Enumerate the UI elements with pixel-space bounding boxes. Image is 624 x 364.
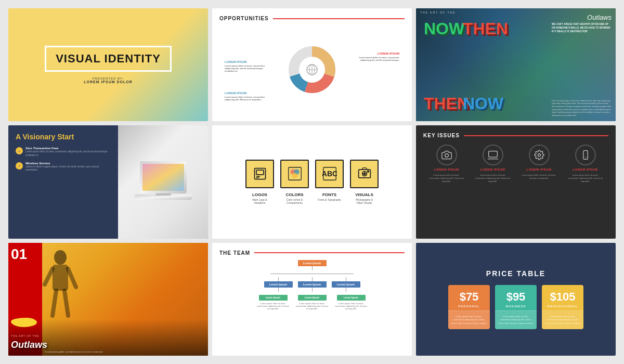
org-text-l3-1: Lorem ipsum dolor sit amet, consectetur … [256,302,290,310]
fonts-svg: ABC [322,166,337,181]
slide-grid: VISUAL IDENTITY PRESENTED BY: LOREM IPSU… [0,0,624,364]
svg-point-30 [538,154,540,157]
feature-text-2: Wireless Service Labore et dolore magna … [25,162,111,173]
slide7-outlaws: Outlaws [11,340,47,350]
org-box-l2-3: Lorem Ipsum [332,281,360,288]
brand-icons-row: ABC [245,160,379,188]
price-body-3: Lorem ipsum dolor sit amet, consectetur … [542,311,583,329]
svg-rect-12 [155,193,171,196]
brand-labels-row: LOGOS Main Logo &Variations COLORS Color… [245,192,379,204]
brand-label-logos: LOGOS Main Logo &Variations [245,192,274,204]
svg-line-38 [64,291,68,316]
phone-icon [580,150,591,160]
laptop-image [118,125,208,238]
svg-rect-14 [256,170,264,175]
org-connector-top [312,266,313,270]
slide-title: OPPORTUNITIES [219,16,269,21]
slide7-art-of: THE ART OF THE [11,334,40,337]
org-box-l2-2: Lorem Ipsum [298,281,327,288]
paint-splash [11,318,37,327]
svg-point-33 [54,250,67,265]
outlaws-label: Outlaws [587,14,612,21]
camera-icon-circle [436,145,457,165]
svg-line-35 [45,269,53,284]
main-title: VISUAL IDENTITY [56,53,161,65]
svg-rect-28 [488,151,497,158]
slide7-number: 01 [8,243,42,266]
slide-visual-identity: VISUAL IDENTITY PRESENTED BY: LOREM IPSU… [8,8,208,121]
person-silhouette [42,248,79,331]
price-tier-1: PERSONAL [458,305,479,310]
price-title: PRICE TABLE [486,269,545,278]
label-left-bottom: LOREM IPSUM Lorem ipsum dolor sit amet, … [225,92,266,101]
colors-icon-box [280,160,309,188]
org-col-l2-1: Lorem Ipsum [264,277,293,292]
colors-svg [288,166,302,181]
brand-label-colors: COLORS Color schee &Complements [280,192,309,204]
slide-graffiti-art: 01 THE ART OF THE Outlaws To understand … [8,243,208,356]
svg-point-19 [292,173,297,179]
slide-key-issues: KEY ISSUES LOREM IPSUM Lorem ipsum dolor… [416,125,616,238]
feature-icon-2: ✓ [16,162,23,170]
phone-icon-circle [575,145,596,165]
slide8-line [254,252,405,253]
svg-line-36 [68,269,76,287]
svg-line-37 [53,291,56,316]
price-card-professional: $105 PROFESSIONAL Lorem ipsum dolor sit … [542,285,583,329]
label-left-top: LOREM IPSUM Lorem ipsum dolor sit amet, … [225,60,266,72]
visuals-svg [357,166,372,181]
org-col-l2-2: Lorem Ipsum [298,277,327,292]
label-right: LOREM IPSUM Lorem ipsum dolor sit amet, … [358,52,399,61]
svg-rect-31 [583,151,587,160]
feature-item-1: ✓ Zero Transaction Fees Lorem ipsum dolo… [16,147,111,158]
org-box-l3-2: Lorem Ipsum [298,295,327,301]
graffiti-now: NOW [424,21,464,36]
brand-label-fonts: FONTS Fonts & Typography [315,192,344,204]
price-card-personal: $75 PERSONAL Lorem ipsum dolor sit amet,… [448,285,490,329]
org-chart: Lorem Ipsum Lorem Ipsum Lorem Ipsum [219,260,405,348]
svg-point-25 [363,173,366,175]
price-body-1: Lorem ipsum dolor sit amet, consectetur … [448,311,490,329]
slide-visionary-start: A Visionary Start ✓ Zero Transaction Fee… [8,125,208,238]
laptop-panel [118,125,208,238]
org-top-col: Lorem Ipsum [298,260,327,270]
org-col-l3-1: Lorem Ipsum Lorem ipsum dolor sit amet, … [256,295,290,310]
feature-text-1: Zero Transaction Fees Lorem ipsum dolor … [25,147,111,158]
key-issue-gear: LOREM IPSUM Lorem ipsum dolor sit amet, … [521,145,557,231]
org-text-l3-2: Lorem ipsum dolor sit amet, consectetur … [295,302,329,310]
key-issue-laptop: LOREM IPSUM Lorem ipsum dolor sit amet, … [475,145,511,231]
laptop-icon-circle [483,145,503,165]
visuals-icon-box [350,160,379,188]
graffiti-now-bottom: NOW [463,96,503,111]
svg-rect-34 [53,265,68,291]
org-col-l3-2: Lorem Ipsum Lorem ipsum dolor sit amet, … [295,295,329,310]
slide8-title: THE TEAM [219,250,250,256]
org-box-l2-1: Lorem Ipsum [264,281,293,288]
presented-by: PRESENTED BY: LOREM IPSUM DOLOR [84,77,133,84]
left-panel: A Visionary Start ✓ Zero Transaction Fee… [8,125,118,238]
svg-rect-10 [142,164,184,191]
price-card-business: $95 BUSINESS Lorem ipsum dolor sit amet,… [495,285,537,329]
org-level2: Lorem Ipsum Lorem Ipsum Lorem Ipsum [264,277,360,292]
slide6-title: KEY ISSUES [423,133,460,138]
logos-svg [253,166,267,181]
org-text-l3-3: Lorem ipsum dolor sit amet, consectetur … [334,302,368,310]
price-amount-3: $105 [548,285,578,305]
slide-opportunities: OPPORTUNITIES LOREM IPSUM Lorem ipsum do… [212,8,412,121]
org-box-l3-1: Lorem Ipsum [259,295,288,301]
chart-area: LOREM IPSUM Lorem ipsum dolor sit amet, … [219,25,405,114]
price-amount-2: $95 [504,285,528,305]
person-svg [42,248,79,331]
camera-icon [441,150,452,160]
svg-point-27 [445,154,448,158]
feature-item-2: ✓ Wireless Service Labore et dolore magn… [16,162,111,173]
donut-chart-svg [289,46,335,93]
svg-point-26 [367,171,369,173]
price-tier-3: PROFESSIONAL [547,305,578,310]
title-box: VISUAL IDENTITY [45,46,172,72]
slide6-header: KEY ISSUES [423,133,608,138]
vis-title: A Visionary Start [16,133,111,141]
body-text: From its earliest days, it was done outs… [552,100,612,118]
price-body-2: Lorem ipsum dolor sit amet, consectetur … [495,311,537,329]
gear-icon [534,150,544,160]
